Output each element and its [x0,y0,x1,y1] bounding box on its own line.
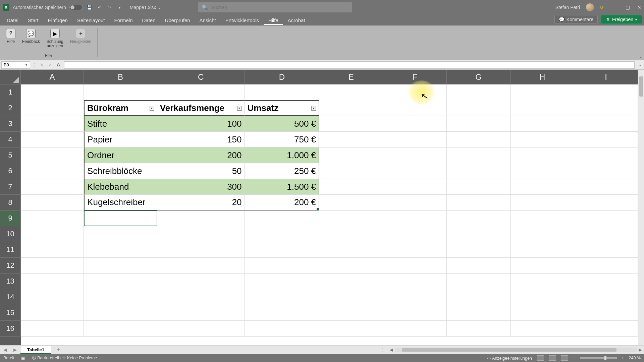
tab-datei[interactable]: Datei [2,15,23,25]
zoom-in-icon[interactable]: + [622,356,624,360]
cell-E1[interactable] [319,84,383,100]
row-header-2[interactable]: 2 [0,100,21,116]
cell-D3[interactable]: 500 € [245,116,320,132]
cell-B9[interactable] [84,210,157,226]
tab-acrobat[interactable]: Acrobat [283,15,310,25]
cell-F13[interactable] [383,274,447,289]
column-header-I[interactable]: I [574,70,638,84]
cell-F12[interactable] [383,258,447,274]
cell-C8[interactable]: 20 [157,195,245,210]
username[interactable]: Stefan Petri [555,5,580,10]
cell-E7[interactable] [319,179,383,195]
cell-I6[interactable] [574,163,638,179]
filter-dropdown-icon[interactable]: ▾ [150,106,154,111]
cell-A11[interactable] [21,242,84,258]
vertical-scrollbar[interactable] [638,70,644,345]
ribbon-feedback[interactable]: 💬Feedback [19,27,43,50]
row-header-7[interactable]: 7 [0,179,21,195]
cell-C14[interactable] [157,289,245,305]
cell-I11[interactable] [574,242,638,258]
cell-G16[interactable] [447,321,511,337]
cell-I5[interactable] [574,147,638,163]
cell-I3[interactable] [574,116,638,132]
cell-I15[interactable] [574,305,638,321]
cell-E8[interactable] [319,195,383,210]
row-header-12[interactable]: 12 [0,258,21,274]
cell-H15[interactable] [511,305,574,321]
formula-input[interactable] [66,62,632,67]
cell-B7[interactable]: Klebeband [84,179,157,195]
cell-G2[interactable] [447,100,511,116]
cell-A8[interactable] [21,195,84,210]
cell-H13[interactable] [511,274,574,289]
horizontal-scrollbar[interactable] [395,348,637,352]
cell-D6[interactable]: 250 € [245,163,320,179]
cell-F15[interactable] [383,305,447,321]
zoom-out-icon[interactable]: − [573,356,575,360]
redo-icon[interactable]: ↷ [106,4,113,11]
cell-B1[interactable] [84,84,157,100]
save-icon[interactable]: 💾 [86,4,93,11]
cell-F5[interactable] [383,147,447,163]
cell-H10[interactable] [511,226,574,242]
cell-F3[interactable] [383,116,447,132]
select-all-cell[interactable] [0,70,21,84]
cell-D1[interactable] [245,84,320,100]
cell-E3[interactable] [319,116,383,132]
cell-G13[interactable] [447,274,511,289]
cell-I1[interactable] [574,84,638,100]
cell-D2[interactable]: Umsatz▾ [245,100,320,116]
cell-G9[interactable] [447,210,511,226]
cell-F1[interactable] [383,84,447,100]
cell-B2[interactable]: Bürokram▾ [84,100,157,116]
scroll-left-icon[interactable]: ◀ [388,347,395,352]
cell-C13[interactable] [157,274,245,289]
cell-A12[interactable] [21,258,84,274]
cell-C4[interactable]: 150 [157,132,245,147]
cell-G6[interactable] [447,163,511,179]
formula-input-wrap[interactable] [64,61,635,69]
tab-seitenlayout[interactable]: Seitenlayout [72,15,110,25]
ribbon-schulung-anzeigen[interactable]: ▶Schulunganzeigen [44,27,66,50]
row-header-5[interactable]: 5 [0,147,21,163]
cell-B10[interactable] [84,226,157,242]
zoom-slider[interactable] [580,357,617,359]
cell-B13[interactable] [84,274,157,289]
cell-B6[interactable]: Schreibblöcke [84,163,157,179]
scroll-right-icon[interactable]: ▶ [637,347,644,352]
name-box[interactable]: ▼ [1,61,30,69]
row-header-14[interactable]: 14 [0,289,21,305]
accept-formula-icon[interactable]: ✓ [47,62,53,67]
tab-start[interactable]: Start [23,15,43,25]
cell-H6[interactable] [511,163,574,179]
cell-D10[interactable] [245,226,320,242]
autosave-toggle[interactable]: Automatisches Speichern [13,5,83,10]
column-header-H[interactable]: H [511,70,574,84]
filter-dropdown-icon[interactable]: ▾ [237,106,242,111]
maximize-icon[interactable]: ▢ [626,5,630,10]
cell-G10[interactable] [447,226,511,242]
cell-B3[interactable]: Stifte [84,116,157,132]
cell-B12[interactable] [84,258,157,274]
cell-H1[interactable] [511,84,574,100]
chevron-down-icon[interactable]: ▼ [25,63,28,67]
cell-G12[interactable] [447,258,511,274]
cell-E11[interactable] [319,242,383,258]
cell-G1[interactable] [447,84,511,100]
cell-D16[interactable] [245,321,320,337]
expand-formula-bar-icon[interactable]: ⌄ [637,62,643,67]
cell-D15[interactable] [245,305,320,321]
cell-F9[interactable] [383,210,447,226]
cell-A14[interactable] [21,289,84,305]
search-input[interactable] [211,5,348,10]
cell-F7[interactable] [383,179,447,195]
prev-sheet-icon[interactable]: ◀ [0,347,10,352]
cell-I16[interactable] [574,321,638,337]
page-layout-view-icon[interactable] [549,355,556,361]
row-header-13[interactable]: 13 [0,274,21,289]
cell-H8[interactable] [511,195,574,210]
cell-G15[interactable] [447,305,511,321]
cell-F8[interactable] [383,195,447,210]
tab-einfügen[interactable]: Einfügen [43,15,72,25]
cell-A6[interactable] [21,163,84,179]
